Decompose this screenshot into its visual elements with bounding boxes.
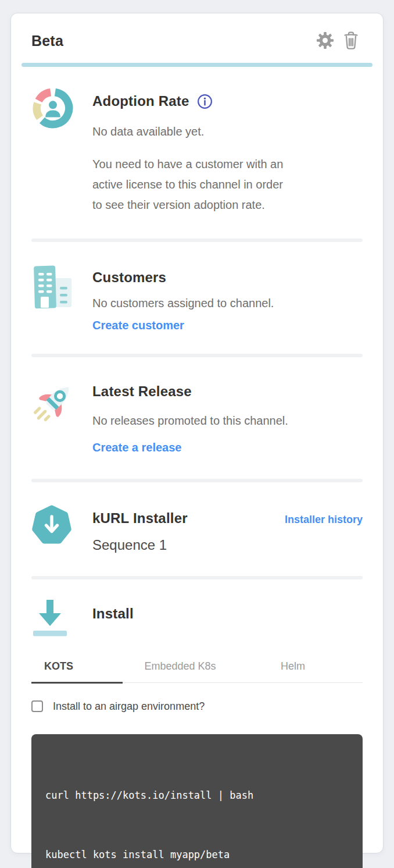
installer-sequence: Sequence 1 bbox=[92, 536, 363, 554]
install-command-block: curl https://kots.io/install | bash kube… bbox=[31, 734, 363, 868]
airgap-option-row: Install to an airgap environment? bbox=[31, 699, 363, 713]
channel-accent-bar bbox=[22, 63, 372, 67]
card-header: Beta bbox=[11, 13, 383, 50]
delete-trash-icon[interactable] bbox=[342, 31, 360, 50]
tab-embedded-k8s[interactable]: Embedded K8s bbox=[123, 657, 238, 682]
airgap-checkbox-label[interactable]: Install to an airgap environment? bbox=[53, 699, 205, 713]
create-customer-link[interactable]: Create customer bbox=[92, 318, 184, 333]
installer-history-link[interactable]: Installer history bbox=[285, 512, 363, 527]
kurl-heptagon-download-icon bbox=[31, 505, 76, 554]
create-release-link[interactable]: Create a release bbox=[92, 440, 181, 455]
tab-helm[interactable]: Helm bbox=[238, 657, 348, 682]
adoption-help-text: You need to have a customer with an acti… bbox=[92, 154, 363, 215]
command-line: curl https://kots.io/install | bash bbox=[45, 785, 349, 805]
channel-title: Beta bbox=[31, 31, 63, 50]
adoption-donut-icon bbox=[31, 87, 76, 215]
rocket-icon bbox=[31, 378, 76, 455]
release-empty-text: No releases promoted to this channel. bbox=[92, 413, 363, 428]
adoption-empty-text: No data available yet. bbox=[92, 124, 363, 139]
customers-section: Customers No customers assigned to chann… bbox=[11, 242, 383, 354]
latest-release-title: Latest Release bbox=[92, 383, 363, 400]
customers-empty-text: No customers assigned to channel. bbox=[92, 296, 363, 311]
install-section: Install bbox=[11, 579, 383, 641]
install-title: Install bbox=[92, 604, 363, 624]
tab-kots[interactable]: KOTS bbox=[31, 657, 123, 684]
customers-title: Customers bbox=[92, 269, 363, 286]
adoption-rate-section: Adoption Rate No data available yet. You… bbox=[11, 67, 383, 239]
customers-building-icon bbox=[31, 264, 76, 333]
install-tabs: KOTS Embedded K8s Helm bbox=[31, 657, 363, 683]
channel-card: Beta bbox=[10, 13, 384, 853]
kurl-installer-title: kURL Installer bbox=[92, 510, 188, 527]
latest-release-section: Latest Release No releases promoted to t… bbox=[11, 357, 383, 479]
settings-gear-icon[interactable] bbox=[316, 31, 334, 49]
kurl-installer-section: kURL Installer Installer history Sequenc… bbox=[11, 482, 383, 576]
info-icon[interactable] bbox=[197, 94, 213, 109]
install-download-icon bbox=[31, 598, 76, 641]
command-line: kubectl kots install myapp/beta bbox=[45, 845, 349, 865]
airgap-checkbox[interactable] bbox=[31, 700, 43, 712]
adoption-rate-title: Adoption Rate bbox=[92, 93, 363, 110]
header-actions bbox=[316, 31, 360, 50]
